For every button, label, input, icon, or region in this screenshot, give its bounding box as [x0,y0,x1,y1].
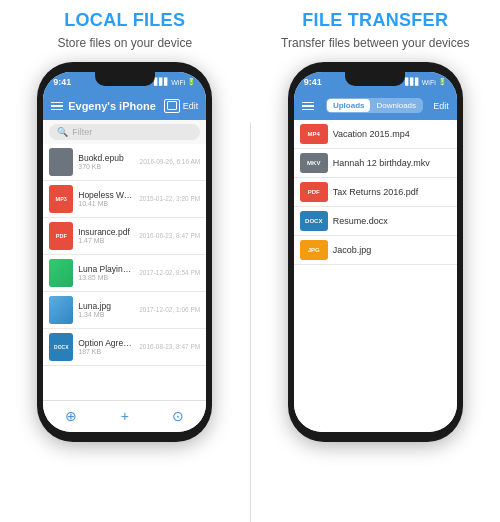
table-row[interactable]: MP3 Hopeless Wanderer.mp3 10.41 MB 2015-… [43,181,206,218]
mkv-badge: MKV [300,153,328,173]
table-row[interactable]: DOCX Resume.docx [294,207,457,236]
pdf-badge: PDF [300,182,328,202]
battery-icon: 🔋 [187,78,196,86]
left-file-list: Buokd.epub 370 KB 2016-09-26, 6:16 AM MP… [43,144,206,400]
docx-badge: DOCX [300,211,328,231]
file-transfer-panel: FILE TRANSFER Transfer files between you… [251,0,501,522]
file-size: 10.41 MB [78,200,134,207]
m4v-icon [49,259,73,287]
search-placeholder: Filter [72,127,92,137]
file-name: Buokd.epub [78,153,134,163]
file-name: Hopeless Wanderer.mp3 [78,190,134,200]
right-phone-screen: 9:41 ▋▋▋ WiFi 🔋 Uploads Downloads [294,72,457,432]
file-size: 187 KB [78,348,134,355]
local-files-panel: LOCAL FILES Store files on your device 9… [0,0,250,522]
wifi-icon: WiFi [422,79,436,86]
docx-icon: DOCX [49,333,73,361]
file-name: Hannah 12 birthday.mkv [333,158,451,168]
file-size: 13.85 MB [78,274,134,281]
file-info: Insurance.pdf 1.47 MB [78,227,134,244]
menu-icon[interactable] [51,102,63,111]
file-info: Vacation 2015.mp4 [333,129,451,139]
file-info: Luna Playing.m4v 13.85 MB [78,264,134,281]
pdf-icon: PDF [49,222,73,250]
table-row[interactable]: PDF Insurance.pdf 1.47 MB 2016-06-23, 8:… [43,218,206,255]
file-date: 2016-09-26, 6:16 AM [140,158,201,165]
tab-downloads[interactable]: Downloads [370,99,422,112]
wifi-icon: WiFi [171,79,185,86]
file-size: 1.34 MB [78,311,134,318]
file-info: Jacob.jpg [333,245,451,255]
left-edit-button[interactable]: Edit [183,101,199,111]
left-phone-frame: 9:41 ▋▋▋ WiFi 🔋 Evgeny's iPhone Edit 🔍 [37,62,212,442]
table-row[interactable]: Luna Playing.m4v 13.85 MB 2017-12-02, 8:… [43,255,206,292]
file-name: Vacation 2015.mp4 [333,129,451,139]
right-tab-bar: Uploads Downloads Edit [294,92,457,120]
right-menu-spacer [302,102,316,111]
file-transfer-subtitle: Transfer files between your devices [281,35,469,52]
file-date: 2017-12-02, 8:54 PM [139,269,200,276]
file-name: Luna.jpg [78,301,134,311]
left-status-time: 9:41 [53,77,71,87]
right-status-time: 9:41 [304,77,322,87]
search-icon: 🔍 [57,127,68,137]
phone-notch-left [95,72,155,86]
left-phone-screen: 9:41 ▋▋▋ WiFi 🔋 Evgeny's iPhone Edit 🔍 [43,72,206,432]
file-info: Tax Returns 2016.pdf [333,187,451,197]
phone-notch-right [345,72,405,86]
table-row[interactable]: MKV Hannah 12 birthday.mkv [294,149,457,178]
left-nav-title: Evgeny's iPhone [63,100,160,112]
left-search-bar[interactable]: 🔍 Filter [49,124,200,140]
right-phone-frame: 9:41 ▋▋▋ WiFi 🔋 Uploads Downloads [288,62,463,442]
nav-box-icon[interactable] [164,99,180,113]
file-date: 2016-06-23, 8:47 PM [139,232,200,239]
local-files-title: LOCAL FILES [64,10,185,31]
right-file-list: MP4 Vacation 2015.mp4 MKV Hannah 12 birt… [294,120,457,432]
table-row[interactable]: Buokd.epub 370 KB 2016-09-26, 6:16 AM [43,144,206,181]
file-name: Tax Returns 2016.pdf [333,187,451,197]
file-size: 1.47 MB [78,237,134,244]
right-status-icons: ▋▋▋ WiFi 🔋 [405,78,447,86]
file-info: Hopeless Wanderer.mp3 10.41 MB [78,190,134,207]
left-nav-bar: Evgeny's iPhone Edit [43,92,206,120]
file-name: Jacob.jpg [333,245,451,255]
table-row[interactable]: JPG Jacob.jpg [294,236,457,265]
camera-icon[interactable]: ⊙ [172,408,184,424]
file-info: Option Agreement.docx 187 KB [78,338,134,355]
file-name: Luna Playing.m4v [78,264,134,274]
file-info: Resume.docx [333,216,451,226]
file-info: Hannah 12 birthday.mkv [333,158,451,168]
file-date: 2017-12-02, 1:06 PM [139,306,200,313]
signal-icon: ▋▋▋ [154,78,169,86]
add-folder-icon[interactable]: ⊕ [65,408,77,424]
file-info: Luna.jpg 1.34 MB [78,301,134,318]
table-row[interactable]: MP4 Vacation 2015.mp4 [294,120,457,149]
left-status-icons: ▋▋▋ WiFi 🔋 [154,78,196,86]
tab-group: Uploads Downloads [326,98,423,113]
file-size: 370 KB [78,163,134,170]
file-name: Insurance.pdf [78,227,134,237]
jpg-badge: JPG [300,240,328,260]
file-name: Resume.docx [333,216,451,226]
file-info: Buokd.epub 370 KB [78,153,134,170]
mp4-badge: MP4 [300,124,328,144]
jpg-icon [49,296,73,324]
right-edit-button[interactable]: Edit [433,101,449,111]
table-row[interactable]: PDF Tax Returns 2016.pdf [294,178,457,207]
file-transfer-title: FILE TRANSFER [302,10,448,31]
file-date: 2016-08-23, 8:47 PM [139,343,200,350]
left-bottom-bar: ⊕ + ⊙ [43,400,206,432]
file-date: 2015-01-22, 3:20 PM [139,195,200,202]
right-menu-icon[interactable] [302,102,316,111]
battery-icon: 🔋 [438,78,447,86]
add-file-icon[interactable]: + [121,408,129,424]
local-files-subtitle: Store files on your device [57,35,192,52]
file-name: Option Agreement.docx [78,338,134,348]
table-row[interactable]: DOCX Option Agreement.docx 187 KB 2016-0… [43,329,206,366]
mp3-icon: MP3 [49,185,73,213]
tab-uploads[interactable]: Uploads [327,99,371,112]
table-row[interactable]: Luna.jpg 1.34 MB 2017-12-02, 1:06 PM [43,292,206,329]
signal-icon: ▋▋▋ [405,78,420,86]
epub-icon [49,148,73,176]
